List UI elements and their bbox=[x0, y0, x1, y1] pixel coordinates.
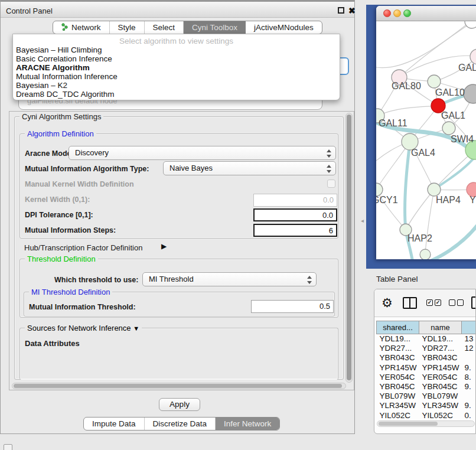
hub-section-label[interactable]: Hub/Transcription Factor Definition bbox=[24, 243, 142, 252]
network-canvas[interactable]: GALGAL80GAL10GAL1GAL11SWI4GAL4GCY1HAP4YH… bbox=[376, 21, 476, 259]
gear-icon[interactable]: ⚙ bbox=[382, 296, 393, 310]
tab-cyni-toolbox[interactable]: Cyni Toolbox bbox=[184, 21, 246, 34]
tab-infer-network[interactable]: Infer Network bbox=[216, 418, 279, 430]
table-cell[interactable]: YBR045C bbox=[419, 381, 462, 391]
table-row[interactable]: YDL19...YDL19...13 bbox=[377, 334, 476, 344]
sources-title-text: Sources for Network Inference bbox=[27, 324, 131, 332]
network-edge[interactable] bbox=[377, 106, 438, 116]
table-cell[interactable]: 9. bbox=[462, 363, 476, 372]
expand-right-icon[interactable]: ▶ bbox=[161, 242, 167, 250]
node-hap4[interactable] bbox=[428, 183, 441, 196]
network-edge-highlighted[interactable] bbox=[431, 223, 476, 259]
table-row[interactable]: YPR145WYPR145W9. bbox=[377, 363, 476, 372]
table-cell[interactable]: 12 bbox=[462, 344, 476, 353]
close-icon[interactable]: ✖ bbox=[348, 6, 356, 15]
algorithm-item-mutual-information-inference[interactable]: Mutual Information Inference bbox=[13, 72, 340, 81]
minimize-traffic-icon[interactable] bbox=[393, 9, 401, 17]
column-header-shared[interactable]: shared... bbox=[377, 321, 419, 334]
table-cell[interactable]: YBR043C bbox=[377, 353, 419, 363]
table-cell[interactable]: YIL052C bbox=[419, 410, 462, 420]
table-cell[interactable] bbox=[462, 392, 476, 401]
column-header-name[interactable]: name bbox=[419, 321, 462, 334]
network-edge[interactable] bbox=[406, 190, 434, 230]
table-cell[interactable]: YBR045C bbox=[377, 381, 419, 391]
table-cell[interactable]: YBL079W bbox=[419, 392, 462, 401]
table-cell[interactable]: YDL19... bbox=[377, 334, 419, 344]
node-gal10[interactable] bbox=[428, 75, 441, 88]
table-scrollbar-thumb[interactable] bbox=[379, 422, 438, 426]
table-cell[interactable]: YDR27... bbox=[377, 344, 419, 353]
table-cell[interactable]: 0. bbox=[462, 410, 476, 420]
tab-select[interactable]: Select bbox=[145, 21, 184, 34]
manual-kernel-checkbox[interactable] bbox=[327, 180, 335, 188]
mi-threshold-field[interactable]: 0.5 bbox=[251, 300, 334, 313]
sources-title[interactable]: Sources for Network Inference ▼ bbox=[25, 324, 142, 332]
table-cell[interactable]: YIL052C bbox=[377, 410, 419, 420]
float-window-icon[interactable] bbox=[338, 7, 344, 14]
mi-steps-field[interactable]: 6 bbox=[253, 224, 337, 237]
table-row[interactable]: YER054CYER054C8. bbox=[377, 372, 476, 381]
node-gcy1[interactable] bbox=[376, 183, 383, 196]
column-header-hidden[interactable] bbox=[462, 321, 476, 334]
tab-jactivemnodules[interactable]: jActiveMNodules bbox=[246, 21, 322, 34]
network-window-titlebar[interactable] bbox=[376, 6, 476, 21]
algorithm-item-bayesian-k2[interactable]: Bayesian – K2 bbox=[13, 81, 340, 90]
algorithm-item-bayesian-hill-climbing[interactable]: Bayesian – Hill Climbing bbox=[13, 45, 340, 54]
horizontal-scrollbar-thumb[interactable] bbox=[14, 384, 342, 388]
algorithm-item-aracne-algorithm[interactable]: ARACNE Algorithm bbox=[13, 63, 340, 72]
tab-discretize-data[interactable]: Discretize Data bbox=[145, 418, 216, 430]
which-threshold-value: MI Threshold bbox=[149, 275, 194, 283]
algorithm-definition-group: Algorithm Definition Aracne Mode: Discov… bbox=[19, 133, 338, 239]
table-cell[interactable]: YDR27... bbox=[419, 344, 462, 353]
node-swi4[interactable] bbox=[442, 122, 455, 135]
table-cell[interactable]: YBL079W bbox=[377, 392, 419, 401]
vertical-scrollbar[interactable] bbox=[345, 113, 353, 383]
table-cell[interactable]: 13 bbox=[462, 334, 476, 344]
algorithm-item-dream8-dc-tdc-algorithm[interactable]: Dream8 DC_TDC Algorithm bbox=[13, 90, 340, 99]
table-cell[interactable]: YLR345W bbox=[377, 401, 419, 410]
table-cell[interactable]: YER054C bbox=[377, 372, 419, 381]
table-row[interactable]: YBR043CYBR043C bbox=[377, 353, 476, 363]
network-edge[interactable] bbox=[376, 21, 471, 68]
node-bottom[interactable] bbox=[420, 249, 431, 259]
aracne-mode-combobox[interactable]: Discovery bbox=[69, 146, 336, 160]
tab-style[interactable]: Style bbox=[110, 21, 145, 34]
document-icon[interactable] bbox=[471, 296, 476, 309]
table-cell[interactable]: YDL19... bbox=[419, 334, 462, 344]
vertical-scrollbar-thumb[interactable] bbox=[347, 115, 351, 380]
table-row[interactable]: YBR045CYBR045C9. bbox=[377, 381, 476, 391]
apply-button[interactable]: Apply bbox=[159, 398, 200, 411]
splitter-handle-icon[interactable]: ◂ bbox=[361, 217, 364, 224]
table-cell[interactable]: 9. bbox=[462, 401, 476, 410]
horizontal-scrollbar[interactable] bbox=[12, 383, 346, 389]
zoom-traffic-icon[interactable] bbox=[403, 9, 411, 17]
node-top[interactable] bbox=[465, 21, 476, 28]
node-label-gcy1: GCY1 bbox=[376, 195, 398, 205]
tab-impute-data[interactable]: Impute Data bbox=[84, 418, 145, 430]
tab-network[interactable]: Network bbox=[53, 21, 110, 34]
dpi-tolerance-field[interactable]: 0.0 bbox=[253, 208, 337, 221]
node-gray[interactable] bbox=[464, 84, 476, 103]
table-row[interactable]: YIL052CYIL052C0. bbox=[377, 410, 476, 420]
algorithm-item-basic-correlation-inference[interactable]: Basic Correlation Inference bbox=[13, 54, 340, 63]
dock-panel-icon[interactable] bbox=[4, 444, 12, 450]
table-cell[interactable]: YLR345W bbox=[419, 401, 462, 410]
table-cell[interactable]: YER054C bbox=[419, 372, 462, 381]
table-row[interactable]: YBL079WYBL079W bbox=[377, 392, 476, 401]
table-cell[interactable]: 9. bbox=[462, 381, 476, 391]
close-traffic-icon[interactable] bbox=[383, 9, 391, 17]
table-cell[interactable] bbox=[462, 353, 476, 363]
select-all-icon[interactable]: ✓ ✓ bbox=[426, 299, 441, 306]
which-threshold-combobox[interactable]: MI Threshold bbox=[142, 272, 317, 286]
table-cell[interactable]: YBR043C bbox=[419, 353, 462, 363]
table-cell[interactable]: YPR145W bbox=[377, 363, 419, 372]
deselect-all-icon[interactable] bbox=[449, 299, 464, 306]
table-cell[interactable]: YPR145W bbox=[419, 363, 462, 372]
table-row[interactable]: YDR27...YDR27...12 bbox=[377, 344, 476, 353]
table-cell[interactable]: 8. bbox=[462, 372, 476, 381]
split-table-icon[interactable] bbox=[403, 297, 417, 309]
table-horizontal-scrollbar[interactable] bbox=[377, 420, 475, 427]
kernel-width-field[interactable]: 0.0 bbox=[253, 194, 337, 207]
table-row[interactable]: YLR345WYLR345W9. bbox=[377, 401, 476, 410]
mi-algorithm-type-combobox[interactable]: Naive Bayes bbox=[163, 161, 336, 175]
